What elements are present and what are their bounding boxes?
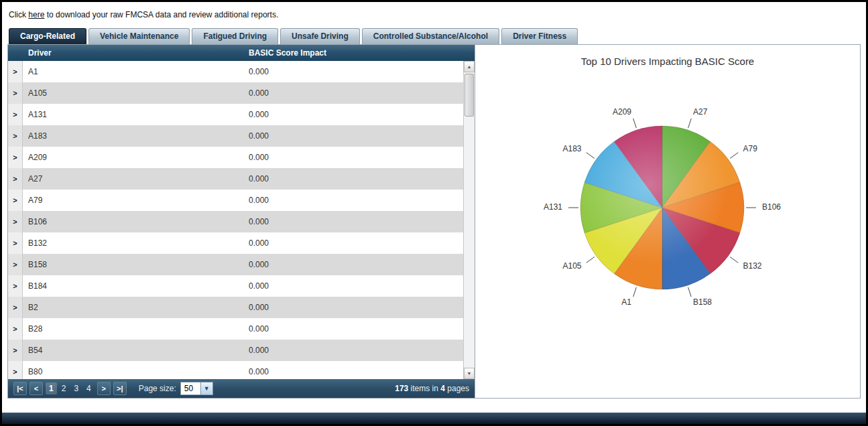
pie-label-line xyxy=(586,257,595,263)
chart-panel: Top 10 Drivers Impacting BASIC Score A27… xyxy=(475,45,860,398)
expand-row-icon[interactable]: > xyxy=(8,340,23,361)
app-window: Click here to download your raw FMCSA da… xyxy=(0,0,868,426)
page-size-control: Page size: 50 ▼ xyxy=(139,382,213,395)
pie-label-line xyxy=(688,119,692,128)
pie-slice-label: A1 xyxy=(621,297,631,307)
cell-impact: 0.000 xyxy=(249,196,475,205)
column-header-basic-score-impact[interactable]: BASIC Score Impact xyxy=(249,48,475,58)
download-here-link[interactable]: here xyxy=(28,10,44,19)
note-text-post: to download your raw FMCSA data and revi… xyxy=(44,10,278,19)
expand-row-icon[interactable]: > xyxy=(8,211,23,232)
table-row-b2[interactable]: >B20.000 xyxy=(8,297,475,318)
dropdown-arrow-icon[interactable]: ▼ xyxy=(200,382,212,395)
tab-cargo-related[interactable]: Cargo-Related xyxy=(9,28,86,44)
cell-driver: A183 xyxy=(23,131,249,141)
note-text-pre: Click xyxy=(9,10,28,19)
chart-title: Top 10 Drivers Impacting BASIC Score xyxy=(475,56,860,67)
cell-impact: 0.000 xyxy=(249,153,475,162)
expand-row-icon[interactable]: > xyxy=(8,190,23,211)
table-row-b106[interactable]: >B1060.000 xyxy=(8,211,475,232)
table-row-a105[interactable]: >A1050.000 xyxy=(8,82,475,104)
cell-driver: A105 xyxy=(23,88,249,98)
page-number-4[interactable]: 4 xyxy=(83,382,95,395)
expand-row-icon[interactable]: > xyxy=(8,232,23,254)
pie-label-line xyxy=(586,153,595,159)
tab-vehicle-maintenance[interactable]: Vehicle Maintenance xyxy=(88,28,190,44)
expand-row-icon[interactable]: > xyxy=(8,61,23,82)
column-header-driver[interactable]: Driver xyxy=(23,48,249,58)
table-row-a131[interactable]: >A1310.000 xyxy=(8,104,475,125)
download-note: Click here to download your raw FMCSA da… xyxy=(2,2,866,25)
cell-impact: 0.000 xyxy=(249,367,475,376)
window-bottom-bar xyxy=(2,413,866,424)
first-page-button[interactable]: |< xyxy=(13,382,27,395)
cell-impact: 0.000 xyxy=(249,260,475,269)
expand-row-icon[interactable]: > xyxy=(8,361,23,379)
prev-page-button[interactable]: < xyxy=(29,382,43,395)
summary-text-pages: pages xyxy=(445,384,469,393)
cell-driver: A27 xyxy=(23,174,249,184)
page-number-1[interactable]: 1 xyxy=(46,382,57,395)
cell-driver: B132 xyxy=(23,238,249,248)
expand-row-icon[interactable]: > xyxy=(8,147,23,168)
expand-row-icon[interactable]: > xyxy=(8,318,23,340)
page-size-label: Page size: xyxy=(139,384,176,393)
tab-content: Driver BASIC Score Impact >A10.000>A1050… xyxy=(7,44,861,399)
table-row-a183[interactable]: >A1830.000 xyxy=(8,125,475,147)
table-row-a209[interactable]: >A2090.000 xyxy=(8,147,475,168)
next-page-button[interactable]: > xyxy=(97,382,111,395)
table-row-a79[interactable]: >A790.000 xyxy=(8,190,475,211)
page-count: 4 xyxy=(440,384,445,393)
pie-slice-label: A131 xyxy=(544,202,562,212)
last-page-button[interactable]: >| xyxy=(113,382,127,395)
grid-rows: >A10.000>A1050.000>A1310.000>A1830.000>A… xyxy=(8,61,475,379)
expand-row-icon[interactable]: > xyxy=(8,82,23,104)
table-row-b132[interactable]: >B1320.000 xyxy=(8,232,475,254)
vertical-scrollbar[interactable]: ▲ ▼ xyxy=(463,61,475,379)
cell-driver: A1 xyxy=(23,67,249,76)
cell-driver: B28 xyxy=(23,324,249,334)
page-size-value: 50 xyxy=(181,384,200,393)
expand-row-icon[interactable]: > xyxy=(8,254,23,275)
expand-row-icon[interactable]: > xyxy=(8,297,23,318)
cell-impact: 0.000 xyxy=(249,303,475,312)
scroll-down-icon[interactable]: ▼ xyxy=(464,368,475,379)
page-number-2[interactable]: 2 xyxy=(58,382,70,395)
pie-slice-label: A27 xyxy=(693,107,708,117)
table-row-b28[interactable]: >B280.000 xyxy=(8,318,475,340)
cell-impact: 0.000 xyxy=(249,88,475,98)
cell-driver: B54 xyxy=(23,346,249,355)
cell-impact: 0.000 xyxy=(249,324,475,334)
table-row-b80[interactable]: >B800.000 xyxy=(8,361,475,379)
cell-impact: 0.000 xyxy=(249,346,475,355)
page-size-dropdown[interactable]: 50 ▼ xyxy=(180,382,213,395)
table-row-b54[interactable]: >B540.000 xyxy=(8,340,475,361)
expand-row-icon[interactable]: > xyxy=(8,125,23,147)
tab-driver-fitness[interactable]: Driver Fitness xyxy=(501,28,578,44)
pager-bar: |< < 1234 > >| Page size: 50 ▼ 173 items… xyxy=(8,379,475,398)
table-row-a1[interactable]: >A10.000 xyxy=(8,61,475,82)
tab-controlled-substance-alcohol[interactable]: Controlled Substance/Alcohol xyxy=(362,28,499,44)
pie-label-line xyxy=(730,257,738,263)
pie-slice-label: B106 xyxy=(762,202,781,212)
page-number-3[interactable]: 3 xyxy=(70,382,82,395)
cell-impact: 0.000 xyxy=(249,174,475,184)
tab-fatigued-driving[interactable]: Fatigued Driving xyxy=(192,28,278,44)
pie-gloss-overlay xyxy=(580,126,744,289)
grid-rows-list: >A10.000>A1050.000>A1310.000>A1830.000>A… xyxy=(8,61,475,379)
pie-label-line xyxy=(633,119,637,128)
pie-chart: A27A79B106B132B158A1A105A131A183A209 xyxy=(480,68,855,376)
scroll-up-icon[interactable]: ▲ xyxy=(464,61,475,72)
expand-row-icon[interactable]: > xyxy=(8,168,23,190)
pie-label-line xyxy=(688,287,692,297)
expand-row-icon[interactable]: > xyxy=(8,104,23,125)
pie-slice-label: B158 xyxy=(693,297,712,307)
item-count: 173 xyxy=(395,384,408,393)
scrollbar-thumb[interactable] xyxy=(464,74,474,117)
table-row-b158[interactable]: >B1580.000 xyxy=(8,254,475,275)
summary-text-items: items in xyxy=(408,384,440,393)
table-row-a27[interactable]: >A270.000 xyxy=(8,168,475,190)
table-row-b184[interactable]: >B1840.000 xyxy=(8,275,475,297)
expand-row-icon[interactable]: > xyxy=(8,275,23,297)
tab-unsafe-driving[interactable]: Unsafe Driving xyxy=(280,28,360,44)
